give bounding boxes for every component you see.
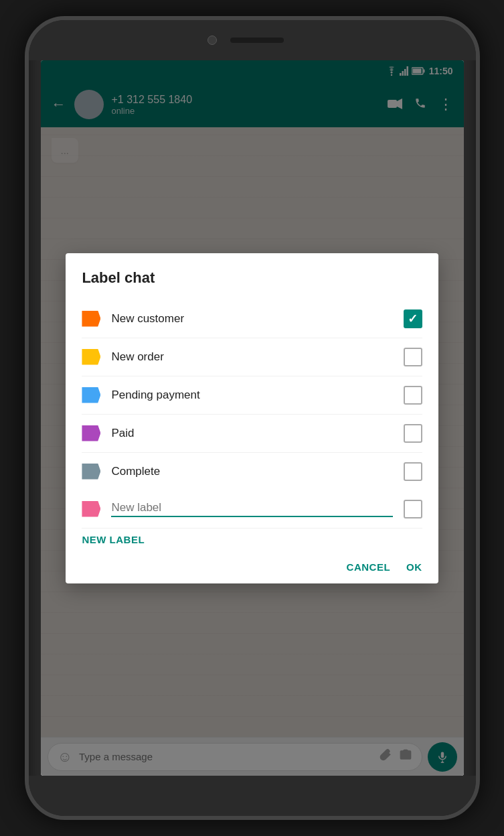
checkbox-paid[interactable]: [404, 424, 422, 443]
phone-screen: 11:50 ← +1 312 555 1840 online: [41, 60, 464, 776]
new-label-checkbox[interactable]: [404, 500, 422, 518]
phone-frame: 11:50 ← +1 312 555 1840 online: [25, 16, 480, 820]
checkbox-complete[interactable]: [404, 462, 422, 481]
label-item[interactable]: Complete: [82, 453, 422, 490]
modal-actions: CANCEL OK: [82, 561, 422, 573]
label-chat-dialog: Label chat New customer✓New orderPending…: [66, 253, 438, 583]
label-text-pending-payment: Pending payment: [111, 389, 392, 402]
new-label-tag-icon: [82, 501, 100, 517]
label-item[interactable]: New customer✓: [82, 300, 422, 338]
screen-content: 11:50 ← +1 312 555 1840 online: [41, 60, 464, 776]
speaker-slot: [230, 38, 284, 43]
label-tag-paid: [82, 425, 100, 441]
camera-dot: [207, 36, 217, 45]
checkbox-new-customer[interactable]: ✓: [404, 309, 422, 328]
new-label-button[interactable]: NEW LABEL: [82, 534, 145, 545]
modal-overlay[interactable]: Label chat New customer✓New orderPending…: [41, 60, 464, 776]
label-list: New customer✓New orderPending paymentPai…: [82, 300, 422, 490]
label-item[interactable]: Paid: [82, 415, 422, 453]
label-tag-new-order: [82, 349, 100, 365]
dialog-title: Label chat: [82, 269, 422, 287]
label-item[interactable]: New order: [82, 338, 422, 376]
new-label-input-row: [82, 490, 422, 529]
label-tag-complete: [82, 464, 100, 480]
label-text-new-customer: New customer: [111, 312, 392, 326]
label-tag-pending-payment: [82, 387, 100, 403]
phone-top-bar: [29, 20, 476, 60]
label-text-complete: Complete: [111, 465, 392, 478]
phone-bottom-bar: [29, 776, 476, 816]
ok-button[interactable]: OK: [406, 561, 422, 573]
cancel-button[interactable]: CANCEL: [347, 561, 391, 573]
label-item[interactable]: Pending payment: [82, 376, 422, 415]
label-text-new-order: New order: [111, 350, 392, 364]
checkbox-pending-payment[interactable]: [404, 386, 422, 405]
new-label-input[interactable]: [111, 501, 392, 517]
label-text-paid: Paid: [111, 427, 392, 440]
checkbox-new-order[interactable]: [404, 348, 422, 366]
label-tag-new-customer: [82, 311, 100, 327]
